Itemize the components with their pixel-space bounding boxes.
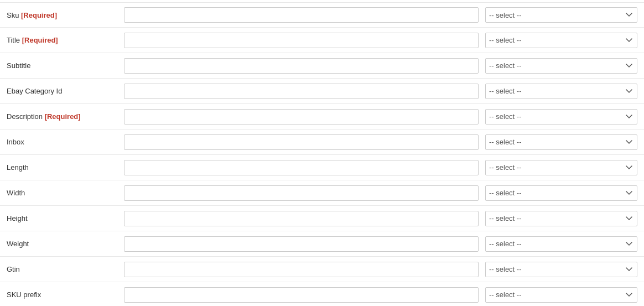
- label-width: Width: [7, 189, 117, 197]
- form-row-weight: Weight-- select --: [0, 231, 644, 257]
- text-input-inbox[interactable]: [124, 134, 479, 150]
- select-subtitle[interactable]: -- select --: [485, 58, 637, 74]
- select-wrapper-gtin: -- select --: [485, 262, 637, 277]
- form-row-title: Title [Required]-- select --: [0, 28, 644, 53]
- required-badge-title: [Required]: [22, 36, 58, 44]
- label-length: Length: [7, 163, 117, 172]
- form-row-width: Width-- select --: [0, 180, 644, 206]
- form-row-height: Height-- select --: [0, 206, 644, 231]
- required-badge-description: [Required]: [45, 112, 81, 121]
- required-badge-sku: [Required]: [21, 11, 57, 19]
- label-weight: Weight: [7, 240, 117, 248]
- text-input-description[interactable]: [124, 109, 479, 125]
- input-wrapper-gtin: [124, 262, 479, 277]
- select-ebay-category-id[interactable]: -- select --: [485, 84, 637, 99]
- form-row-inbox: Inbox-- select --: [0, 129, 644, 155]
- select-wrapper-inbox: -- select --: [485, 134, 637, 150]
- form-row-sku: Sku [Required]-- select --: [0, 2, 644, 28]
- select-wrapper-title: -- select --: [485, 33, 637, 48]
- select-wrapper-height: -- select --: [485, 211, 637, 226]
- form-row-description: Description [Required]-- select --: [0, 104, 644, 129]
- select-width[interactable]: -- select --: [485, 185, 637, 201]
- input-wrapper-weight: [124, 236, 479, 252]
- input-wrapper-ebay-category-id: [124, 84, 479, 99]
- input-wrapper-length: [124, 160, 479, 175]
- form-row-length: Length-- select --: [0, 155, 644, 180]
- form-container: Sku [Required]-- select --Title [Require…: [0, 0, 644, 306]
- select-inbox[interactable]: -- select --: [485, 134, 637, 150]
- input-wrapper-inbox: [124, 134, 479, 150]
- text-input-height[interactable]: [124, 211, 479, 226]
- input-wrapper-title: [124, 33, 479, 48]
- select-gtin[interactable]: -- select --: [485, 262, 637, 277]
- select-description[interactable]: -- select --: [485, 109, 637, 125]
- select-weight[interactable]: -- select --: [485, 236, 637, 252]
- input-wrapper-height: [124, 211, 479, 226]
- label-gtin: Gtin: [7, 265, 117, 273]
- select-sku-prefix[interactable]: -- select --: [485, 287, 637, 303]
- label-title: Title [Required]: [7, 36, 117, 44]
- label-sku: Sku [Required]: [7, 11, 117, 19]
- select-wrapper-description: -- select --: [485, 109, 637, 125]
- form-row-gtin: Gtin-- select --: [0, 257, 644, 282]
- text-input-ebay-category-id[interactable]: [124, 84, 479, 99]
- input-wrapper-width: [124, 185, 479, 201]
- form-row-sku-prefix: SKU prefix-- select --: [0, 282, 644, 306]
- select-wrapper-ebay-category-id: -- select --: [485, 84, 637, 99]
- label-ebay-category-id: Ebay Category Id: [7, 87, 117, 95]
- select-wrapper-length: -- select --: [485, 160, 637, 175]
- form-row-ebay-category-id: Ebay Category Id-- select --: [0, 79, 644, 104]
- select-length[interactable]: -- select --: [485, 160, 637, 175]
- text-input-sku[interactable]: [124, 7, 479, 23]
- text-input-sku-prefix[interactable]: [124, 287, 479, 303]
- text-input-title[interactable]: [124, 33, 479, 48]
- label-description: Description [Required]: [7, 112, 117, 121]
- text-input-subtitle[interactable]: [124, 58, 479, 74]
- select-height[interactable]: -- select --: [485, 211, 637, 226]
- label-height: Height: [7, 214, 117, 222]
- select-wrapper-subtitle: -- select --: [485, 58, 637, 74]
- text-input-width[interactable]: [124, 185, 479, 201]
- select-wrapper-weight: -- select --: [485, 236, 637, 252]
- input-wrapper-description: [124, 109, 479, 125]
- label-subtitle: Subtitle: [7, 61, 117, 70]
- select-wrapper-width: -- select --: [485, 185, 637, 201]
- select-wrapper-sku-prefix: -- select --: [485, 287, 637, 303]
- text-input-length[interactable]: [124, 160, 479, 175]
- text-input-gtin[interactable]: [124, 262, 479, 277]
- input-wrapper-sku-prefix: [124, 287, 479, 303]
- input-wrapper-subtitle: [124, 58, 479, 74]
- label-inbox: Inbox: [7, 138, 117, 146]
- select-sku[interactable]: -- select --: [485, 7, 637, 23]
- select-title[interactable]: -- select --: [485, 33, 637, 48]
- input-wrapper-sku: [124, 7, 479, 23]
- text-input-weight[interactable]: [124, 236, 479, 252]
- select-wrapper-sku: -- select --: [485, 7, 637, 23]
- form-row-subtitle: Subtitle-- select --: [0, 53, 644, 79]
- label-sku-prefix: SKU prefix: [7, 291, 117, 299]
